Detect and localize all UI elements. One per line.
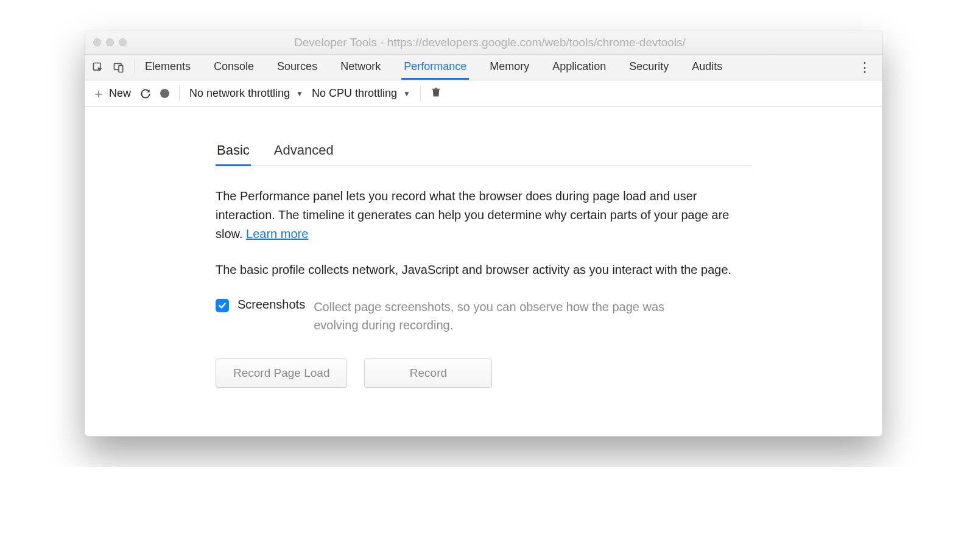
subtab-basic[interactable]: Basic <box>216 142 251 166</box>
devtools-window: Developer Tools - https://developers.goo… <box>85 30 882 436</box>
subtab-label: Advanced <box>274 142 334 158</box>
sub-tabs: Basic Advanced <box>216 142 751 166</box>
tab-memory[interactable]: Memory <box>487 55 532 80</box>
window-title: Developer Tools - https://developers.goo… <box>136 36 843 49</box>
more-options-icon[interactable]: ⋮ <box>853 60 876 75</box>
tab-security[interactable]: Security <box>627 55 671 80</box>
subtab-label: Basic <box>217 142 250 158</box>
network-throttling-select[interactable]: No network throttling ▼ <box>189 87 303 100</box>
new-label: New <box>109 87 131 100</box>
separator <box>420 86 421 101</box>
tab-label: Memory <box>490 60 529 73</box>
record-icon[interactable] <box>160 89 169 98</box>
subtab-advanced[interactable]: Advanced <box>273 142 335 166</box>
screenshots-label: Screenshots <box>237 298 305 312</box>
tab-network[interactable]: Network <box>338 55 383 80</box>
tab-performance[interactable]: Performance <box>401 55 469 80</box>
cpu-throttle-label: No CPU throttling <box>312 87 397 100</box>
tab-console[interactable]: Console <box>211 55 256 80</box>
new-recording-button[interactable]: ＋ New <box>92 85 131 103</box>
reload-icon[interactable] <box>139 88 152 100</box>
network-throttle-label: No network throttling <box>189 87 290 100</box>
performance-toolbar: ＋ New No network throttling ▼ No CPU thr… <box>85 80 882 107</box>
panel-content: Basic Advanced The Performance panel let… <box>85 107 882 436</box>
tab-label: Elements <box>145 60 191 73</box>
screenshots-description: Collect page screenshots, so you can obs… <box>314 298 679 334</box>
separator <box>135 60 135 75</box>
titlebar: Developer Tools - https://developers.goo… <box>85 30 882 55</box>
record-page-load-button[interactable]: Record Page Load <box>216 359 347 388</box>
tab-label: Audits <box>692 60 722 73</box>
plus-icon: ＋ <box>92 85 105 103</box>
screenshots-option: Screenshots Collect page screenshots, so… <box>216 298 751 334</box>
separator <box>179 86 180 101</box>
record-button[interactable]: Record <box>364 359 492 388</box>
minimize-window-button[interactable] <box>106 38 114 46</box>
basic-description: The basic profile collects network, Java… <box>216 261 751 279</box>
tab-label: Network <box>340 60 381 73</box>
trash-icon[interactable] <box>431 86 441 101</box>
close-window-button[interactable] <box>93 38 101 46</box>
screenshots-checkbox[interactable] <box>216 299 229 312</box>
tab-label: Application <box>552 60 606 73</box>
tab-label: Performance <box>404 60 466 73</box>
tab-label: Security <box>629 60 669 73</box>
chevron-down-icon: ▼ <box>296 89 303 98</box>
tab-sources[interactable]: Sources <box>275 55 320 80</box>
learn-more-link[interactable]: Learn more <box>246 227 308 240</box>
inspect-element-icon[interactable] <box>92 61 104 74</box>
tab-list: Elements Console Sources Network Perform… <box>142 55 725 80</box>
cpu-throttling-select[interactable]: No CPU throttling ▼ <box>312 87 410 100</box>
main-tabbar: Elements Console Sources Network Perform… <box>85 55 882 80</box>
tab-audits[interactable]: Audits <box>689 55 725 80</box>
traffic-lights <box>93 38 127 46</box>
device-toolbar-icon[interactable] <box>113 61 125 74</box>
tab-application[interactable]: Application <box>550 55 608 80</box>
intro-paragraph: The Performance panel lets you record wh… <box>216 187 751 243</box>
tab-label: Console <box>214 60 254 73</box>
maximize-window-button[interactable] <box>119 38 127 46</box>
svg-rect-2 <box>119 65 123 72</box>
chevron-down-icon: ▼ <box>403 89 410 98</box>
record-buttons: Record Page Load Record <box>216 359 751 388</box>
tab-label: Sources <box>277 60 317 73</box>
tab-elements[interactable]: Elements <box>142 55 193 80</box>
